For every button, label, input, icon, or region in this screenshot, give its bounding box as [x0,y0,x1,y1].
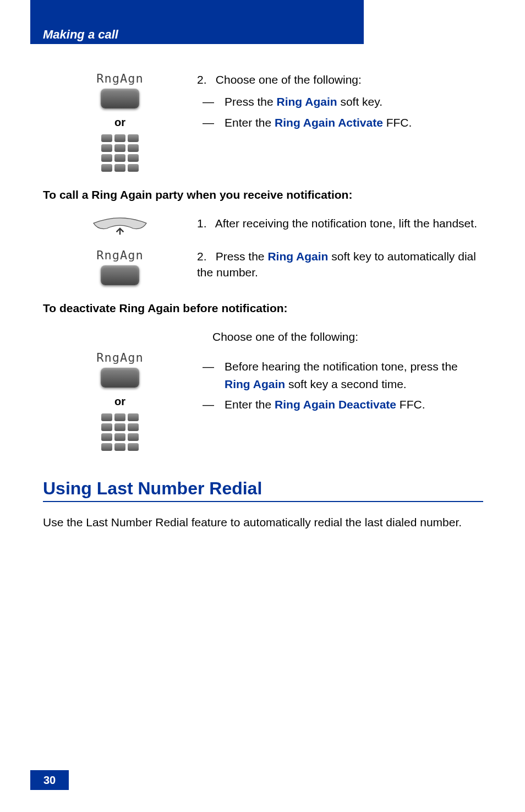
icon-column: RngAgn or [43,329,197,451]
dash-icon: — [197,358,225,393]
text-column: 2. Choose one of the following: — Press … [197,72,483,134]
dash-icon: — [197,396,225,413]
keypad-icon [101,413,139,451]
section-title: Using Last Number Redial [43,478,483,499]
page-content: RngAgn or 2. Choose one of the following… [43,72,483,530]
list-item-text: Press the Ring Again soft key. [225,93,382,111]
step-row: RngAgn or Choose one of the following: — [43,329,483,451]
section-heading: To deactivate Ring Again before notifica… [43,302,483,315]
step-number: 2. [197,72,212,88]
body-paragraph: Use the Last Number Redial feature to au… [43,514,483,530]
step-body: Press the Ring Again soft key to automat… [197,250,476,279]
list-item: — Before hearing the notification tone, … [197,358,483,393]
list-item: — Press the Ring Again soft key. [197,93,483,111]
step-number: 1. [197,215,212,231]
document-page: Making a call RngAgn or 2. Choose one of… [0,0,525,812]
step-text: 2. Choose one of the following: [197,72,483,88]
icon-column: RngAgn or [43,72,197,172]
feature-name: Ring Again [267,250,328,263]
keypad-icon [101,134,139,172]
softkey-lcd-label: RngAgn [96,351,143,364]
page-number: 30 [30,770,69,790]
softkey-button-icon [101,265,139,285]
feature-name: Ring Again Deactivate [275,398,396,411]
or-label: or [114,395,125,408]
list-item-text: Before hearing the notification tone, pr… [225,358,483,393]
icon-column: RngAgn [43,248,197,285]
sub-list: — Press the Ring Again soft key. — Enter… [197,93,483,131]
icon-column [43,215,197,237]
step-row: RngAgn 2. Press the Ring Again soft key … [43,248,483,285]
handset-lift-icon [81,215,158,237]
step-text: 1. After receiving the notification tone… [197,215,483,231]
feature-name: Ring Again [277,95,337,108]
softkey-lcd-label: RngAgn [96,248,143,262]
list-item: — Enter the Ring Again Activate FFC. [197,114,483,132]
list-item: — Enter the Ring Again Deactivate FFC. [197,396,483,413]
step-text: 2. Press the Ring Again soft key to auto… [197,248,483,281]
softkey-button-icon [101,89,139,108]
title-rule [43,501,483,502]
dash-icon: — [197,93,225,111]
feature-name: Ring Again [225,378,285,390]
step-number: 2. [197,248,212,264]
or-label: or [114,116,125,129]
header-title: Making a call [43,28,118,42]
text-column: 2. Press the Ring Again soft key to auto… [197,248,483,281]
step-row: 1. After receiving the notification tone… [43,215,483,237]
section-heading: To call a Ring Again party when you rece… [43,188,483,201]
intro-text: Choose one of the following: [212,329,483,345]
softkey-button-icon [101,368,139,388]
step-row: RngAgn or 2. Choose one of the following… [43,72,483,172]
softkey-lcd-label: RngAgn [96,72,143,85]
step-body: After receiving the notification tone, l… [215,217,477,230]
step-body: Choose one of the following: [216,73,362,86]
list-item-text: Enter the Ring Again Deactivate FFC. [225,396,425,413]
sub-list: — Before hearing the notification tone, … [197,358,483,413]
feature-name: Ring Again Activate [275,116,383,129]
text-column: 1. After receiving the notification tone… [197,215,483,231]
text-column: Choose one of the following: — Before he… [197,329,483,417]
dash-icon: — [197,114,225,132]
list-item-text: Enter the Ring Again Activate FFC. [225,114,412,132]
